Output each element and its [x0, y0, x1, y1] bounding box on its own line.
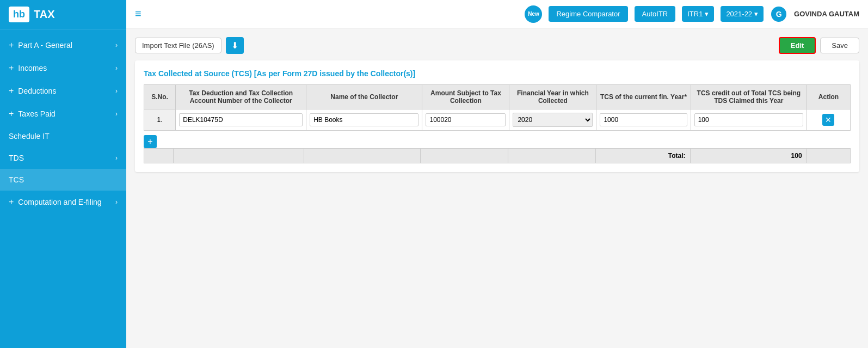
row-tcs-current [596, 109, 691, 131]
total-row: Total: 100 [144, 149, 851, 163]
account-number-input[interactable] [179, 113, 303, 126]
chevron-right-icon: › [115, 87, 118, 95]
main-area: ≡ New Regime Comparator AutoITR ITR1 ▾ 2… [126, 0, 868, 348]
sidebar-item-label: TCS [9, 175, 24, 184]
chevron-right-icon: › [115, 64, 118, 72]
amount-input[interactable] [426, 113, 506, 126]
edit-button[interactable]: Edit [779, 37, 816, 54]
tcs-card: Tax Collected at Source (TCS) [As per Fo… [135, 60, 859, 172]
total-label: Total: [595, 149, 690, 163]
row-collector-name [306, 109, 422, 131]
chevron-down-icon: ▾ [754, 10, 758, 18]
autoirs-button[interactable]: AutoITR [635, 6, 676, 22]
itr1-label: ITR1 [687, 10, 703, 18]
sidebar-item-schedule-it[interactable]: Schedule IT [0, 125, 126, 147]
import-label: Import Text File (26AS) [135, 38, 221, 53]
avatar: G [770, 5, 787, 23]
sidebar-item-label: Deductions [18, 87, 56, 95]
regime-comparator-button[interactable]: Regime Comparator [549, 6, 627, 22]
chevron-right-icon: › [115, 154, 118, 162]
chevron-right-icon: › [115, 110, 118, 118]
year-label: 2021-22 [726, 10, 752, 18]
tcs-table: S.No. Tax Deduction and Tax Collection A… [144, 84, 851, 131]
plus-icon: + [9, 40, 14, 50]
col-amount: Amount Subject to Tax Collection [422, 85, 509, 109]
col-tcs-current: TCS of the current fin. Year* [596, 85, 691, 109]
logo-area: hb TAX [0, 0, 126, 29]
card-title: Tax Collected at Source (TCS) [As per Fo… [144, 69, 851, 78]
sidebar-item-tds[interactable]: TDS › [0, 147, 126, 169]
col-account-number: Tax Deduction and Tax Collection Account… [176, 85, 306, 109]
tcs-credit-input[interactable] [694, 113, 803, 126]
sidebar-item-label: Part A - General [18, 41, 72, 50]
logo-tax: TAX [34, 8, 55, 21]
sidebar-item-computation[interactable]: + Computation and E-filing › [0, 191, 126, 213]
hamburger-menu-icon[interactable]: ≡ [135, 8, 141, 20]
plus-icon: + [9, 63, 14, 73]
sidebar-item-incomes[interactable]: + Incomes › [0, 57, 126, 80]
year-dropdown-button[interactable]: 2021-22 ▾ [721, 6, 764, 22]
financial-year-select[interactable]: 2020 2021 2022 [513, 113, 593, 127]
plus-icon: + [9, 86, 14, 96]
row-tcs-credit [691, 109, 807, 131]
tcs-current-input[interactable] [600, 113, 687, 126]
plus-icon: + [9, 197, 14, 207]
add-row-button[interactable]: + [144, 135, 157, 148]
plus-icon: + [9, 109, 14, 119]
col-action: Action [807, 85, 850, 109]
sidebar-item-label: TDS [9, 154, 24, 162]
col-collector-name: Name of the Collector [306, 85, 422, 109]
col-tcs-credit: TCS credit out of Total TCS being TDS Cl… [691, 85, 807, 109]
sidebar-item-label: Computation and E-filing [18, 198, 101, 206]
sidebar-item-label: Taxes Paid [18, 109, 55, 118]
content-area: Import Text File (26AS) ⬇ Edit Save Tax … [126, 28, 868, 348]
row-account-number [176, 109, 306, 131]
sidebar-item-label: Schedule IT [9, 132, 50, 141]
total-table: Total: 100 [144, 148, 851, 163]
row-amount [422, 109, 509, 131]
import-button[interactable]: ⬇ [226, 37, 244, 54]
sidebar-item-label: Incomes [18, 64, 47, 72]
save-button[interactable]: Save [820, 38, 859, 53]
table-row: 1. 2020 2021 [144, 109, 851, 131]
logo-hb: hb [9, 7, 29, 22]
delete-row-button[interactable]: ✕ [822, 114, 834, 126]
sidebar: hb TAX + Part A - General › + Incomes › … [0, 0, 126, 348]
user-name: GOVINDA GAUTAM [794, 10, 859, 18]
sidebar-item-deductions[interactable]: + Deductions › [0, 80, 126, 102]
toolbar: Import Text File (26AS) ⬇ Edit Save [135, 37, 859, 54]
itr1-dropdown-button[interactable]: ITR1 ▾ [682, 6, 714, 22]
chevron-down-icon: ▾ [705, 10, 709, 18]
row-sno: 1. [144, 109, 176, 131]
sidebar-item-taxes-paid[interactable]: + Taxes Paid › [0, 102, 126, 125]
sidebar-item-tcs[interactable]: TCS [0, 169, 126, 191]
new-badge: New [525, 5, 542, 23]
row-action: ✕ [807, 109, 850, 131]
sidebar-nav: + Part A - General › + Incomes › + Deduc… [0, 29, 126, 348]
col-financial-year: Financial Year in which Collected [509, 85, 596, 109]
sidebar-item-part-a-general[interactable]: + Part A - General › [0, 34, 126, 57]
total-value: 100 [690, 149, 807, 163]
col-sno: S.No. [144, 85, 176, 109]
chevron-right-icon: › [115, 41, 118, 49]
chevron-right-icon: › [115, 198, 118, 206]
collector-name-input[interactable] [310, 113, 418, 126]
row-financial-year: 2020 2021 2022 [509, 109, 596, 131]
header: ≡ New Regime Comparator AutoITR ITR1 ▾ 2… [126, 0, 868, 28]
